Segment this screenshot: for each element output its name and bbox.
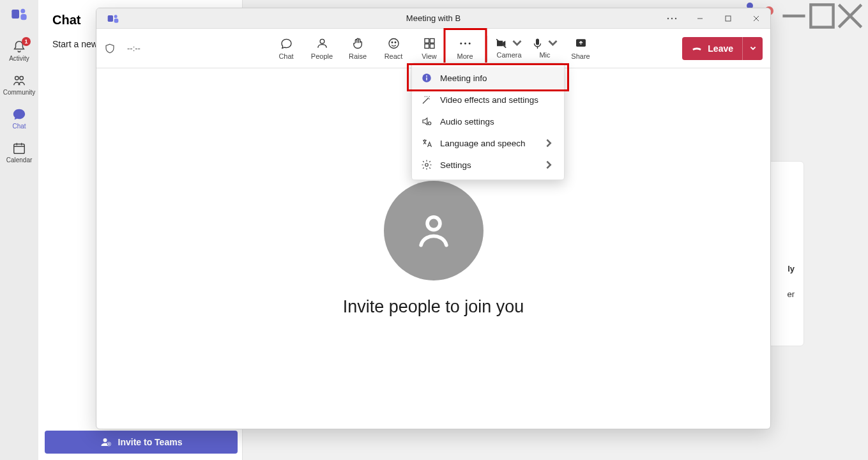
svg-rect-9 xyxy=(14,144,25,154)
svg-rect-19 xyxy=(114,19,119,23)
svg-point-20 xyxy=(667,18,669,19)
rail-activity[interactable]: 1 Activity xyxy=(0,34,38,68)
dropdown-language[interactable]: Language and speech xyxy=(412,132,564,154)
toolbar-view-button[interactable]: View xyxy=(411,33,447,64)
people-icon xyxy=(316,37,328,50)
svg-point-37 xyxy=(468,42,470,44)
svg-point-18 xyxy=(114,15,118,18)
dropdown-video-effects[interactable]: Video effects and settings xyxy=(412,89,564,111)
dd-label: Language and speech xyxy=(440,139,526,148)
svg-rect-34 xyxy=(430,43,434,48)
svg-rect-39 xyxy=(536,38,539,45)
chevron-down-icon[interactable] xyxy=(510,37,523,50)
bg-close-button[interactable] xyxy=(836,6,864,26)
rail-community[interactable]: Community xyxy=(0,68,38,102)
svg-point-28 xyxy=(389,38,399,48)
dd-label: Settings xyxy=(440,160,471,170)
svg-point-36 xyxy=(464,42,466,44)
toolbar-share-button[interactable]: Share xyxy=(563,33,598,64)
window-title: Meeting with B xyxy=(406,13,461,23)
app-rail: 1 Activity Community Chat Calendar xyxy=(0,0,38,460)
rail-calendar[interactable]: Calendar xyxy=(0,136,38,170)
more-dropdown: Meeting info Video effects and settings … xyxy=(411,63,565,180)
leave-button[interactable]: Leave xyxy=(682,37,763,60)
more-options-button[interactable] xyxy=(658,8,686,29)
dropdown-meeting-info[interactable]: Meeting info xyxy=(412,67,564,89)
chevron-down-icon[interactable] xyxy=(546,37,559,50)
gear-icon xyxy=(421,159,432,171)
tbtn-label: React xyxy=(385,52,403,60)
toolbar-people-button[interactable]: People xyxy=(304,33,340,64)
people-add-icon xyxy=(100,436,112,448)
toolbar-chat-button[interactable]: Chat xyxy=(268,33,304,64)
svg-point-5 xyxy=(20,9,25,13)
svg-point-13 xyxy=(103,438,107,442)
speaker-gear-icon xyxy=(421,116,432,127)
shield-icon[interactable] xyxy=(104,43,116,54)
invite-btn-label: Invite to Teams xyxy=(118,437,183,447)
invite-message: Invite people to join you xyxy=(343,297,524,317)
svg-point-8 xyxy=(20,77,23,80)
camera-off-icon xyxy=(495,37,508,50)
maximize-button[interactable] xyxy=(714,8,742,29)
dd-label: Video effects and settings xyxy=(440,95,538,105)
bg-window-controls xyxy=(780,6,864,26)
svg-point-46 xyxy=(428,122,431,125)
rail-chat[interactable]: Chat xyxy=(0,102,38,136)
svg-rect-24 xyxy=(726,16,731,21)
svg-rect-4 xyxy=(11,10,19,19)
invite-to-teams-button[interactable]: Invite to Teams xyxy=(45,431,238,454)
tbtn-label: Camera xyxy=(496,51,521,59)
svg-point-42 xyxy=(427,217,440,229)
toolbar-raise-button[interactable]: Raise xyxy=(340,33,376,64)
toolbar-camera-button[interactable]: Camera xyxy=(491,33,527,63)
hand-icon xyxy=(351,37,364,50)
leave-dropdown-button[interactable] xyxy=(742,37,763,60)
leave-main[interactable]: Leave xyxy=(682,43,742,54)
chevron-down-icon xyxy=(749,45,757,52)
tbtn-label: Share xyxy=(571,52,590,60)
grid-icon xyxy=(423,37,436,50)
peek-text: ly xyxy=(788,264,795,273)
smile-icon xyxy=(387,37,400,50)
teams-logo-icon xyxy=(10,5,28,23)
participant-avatar xyxy=(384,181,483,280)
toolbar-react-button[interactable]: React xyxy=(376,33,411,64)
window-controls xyxy=(658,8,770,29)
toolbar-right: Leave xyxy=(682,37,763,60)
share-screen-icon xyxy=(574,37,587,50)
tbtn-label: Raise xyxy=(349,52,367,60)
svg-point-7 xyxy=(15,77,19,80)
toolbar-more-button[interactable]: More xyxy=(447,33,483,64)
minimize-button[interactable] xyxy=(686,8,714,29)
titlebar: Meeting with B xyxy=(96,8,770,29)
toolbar-left: --:-- xyxy=(104,43,141,54)
activity-badge: 1 xyxy=(22,37,31,46)
bg-maximize-button[interactable] xyxy=(808,6,836,26)
dropdown-settings[interactable]: Settings xyxy=(412,154,564,176)
rail-label: Calendar xyxy=(6,157,33,164)
svg-point-44 xyxy=(426,75,427,77)
svg-point-27 xyxy=(320,39,324,43)
toolbar-center: Chat People Raise React View More xyxy=(268,33,598,64)
svg-rect-1 xyxy=(811,4,833,27)
tbtn-label: Chat xyxy=(278,52,293,60)
close-button[interactable] xyxy=(742,8,770,29)
person-icon xyxy=(412,209,455,252)
peek-text: er xyxy=(787,289,795,299)
rail-label: Activity xyxy=(9,55,29,62)
meeting-timer: --:-- xyxy=(127,43,141,53)
chevron-right-icon xyxy=(544,159,555,171)
language-icon xyxy=(421,137,432,149)
dropdown-audio-settings[interactable]: Audio settings xyxy=(412,111,564,132)
svg-point-29 xyxy=(392,42,393,43)
leave-label: Leave xyxy=(708,43,733,54)
tbtn-label: Mic xyxy=(539,51,550,59)
svg-point-47 xyxy=(425,164,429,167)
dd-label: Meeting info xyxy=(440,73,487,83)
bg-minimize-button[interactable] xyxy=(780,6,808,26)
toolbar-mic-button[interactable]: Mic xyxy=(527,33,563,63)
teams-logo-icon xyxy=(107,12,119,25)
info-icon xyxy=(421,72,432,84)
tbtn-label: More xyxy=(457,52,473,60)
